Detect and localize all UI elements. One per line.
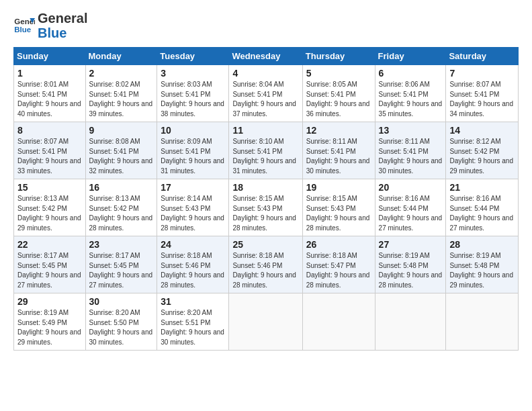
calendar-cell: 16 Sunrise: 8:13 AM Sunset: 5:42 PM Dayl… xyxy=(85,179,157,236)
day-number: 8 xyxy=(17,125,82,136)
day-info: Sunrise: 8:16 AM Sunset: 5:44 PM Dayligh… xyxy=(379,194,443,233)
calendar-cell: 18 Sunrise: 8:15 AM Sunset: 5:43 PM Dayl… xyxy=(229,179,302,236)
day-number: 4 xyxy=(232,68,298,79)
calendar-cell: 9 Sunrise: 8:08 AM Sunset: 5:41 PM Dayli… xyxy=(85,122,157,179)
day-info: Sunrise: 8:15 AM Sunset: 5:43 PM Dayligh… xyxy=(232,194,298,233)
day-number: 16 xyxy=(89,182,154,193)
calendar-header-thursday: Thursday xyxy=(302,48,375,65)
day-number: 11 xyxy=(232,125,298,136)
day-info: Sunrise: 8:17 AM Sunset: 5:45 PM Dayligh… xyxy=(17,251,82,290)
logo: General Blue General Blue xyxy=(13,11,87,40)
calendar-cell: 29 Sunrise: 8:19 AM Sunset: 5:49 PM Dayl… xyxy=(14,293,86,351)
day-info: Sunrise: 8:03 AM Sunset: 5:41 PM Dayligh… xyxy=(161,80,225,119)
day-info: Sunrise: 8:18 AM Sunset: 5:47 PM Dayligh… xyxy=(306,251,371,290)
day-number: 17 xyxy=(161,182,225,193)
day-info: Sunrise: 8:19 AM Sunset: 5:48 PM Dayligh… xyxy=(379,251,443,290)
calendar-header-monday: Monday xyxy=(85,48,157,65)
day-info: Sunrise: 8:06 AM Sunset: 5:41 PM Dayligh… xyxy=(379,80,443,119)
calendar-header-sunday: Sunday xyxy=(14,48,86,65)
day-info: Sunrise: 8:04 AM Sunset: 5:41 PM Dayligh… xyxy=(232,80,298,119)
calendar-cell: 22 Sunrise: 8:17 AM Sunset: 5:45 PM Dayl… xyxy=(14,236,86,293)
svg-text:Blue: Blue xyxy=(14,26,32,34)
calendar-cell: 1 Sunrise: 8:01 AM Sunset: 5:41 PM Dayli… xyxy=(14,65,86,122)
day-number: 22 xyxy=(17,239,82,250)
day-info: Sunrise: 8:18 AM Sunset: 5:46 PM Dayligh… xyxy=(232,251,298,290)
day-info: Sunrise: 8:12 AM Sunset: 5:42 PM Dayligh… xyxy=(449,137,515,176)
day-info: Sunrise: 8:07 AM Sunset: 5:41 PM Dayligh… xyxy=(449,80,515,119)
calendar-cell: 13 Sunrise: 8:11 AM Sunset: 5:41 PM Dayl… xyxy=(375,122,446,179)
calendar-table: SundayMondayTuesdayWednesdayThursdayFrid… xyxy=(13,47,519,351)
calendar-cell xyxy=(375,293,446,351)
day-number: 23 xyxy=(89,239,154,250)
day-info: Sunrise: 8:02 AM Sunset: 5:41 PM Dayligh… xyxy=(89,80,154,119)
calendar-cell: 17 Sunrise: 8:14 AM Sunset: 5:43 PM Dayl… xyxy=(157,179,229,236)
day-number: 18 xyxy=(232,182,298,193)
calendar-cell: 25 Sunrise: 8:18 AM Sunset: 5:46 PM Dayl… xyxy=(229,236,302,293)
day-number: 25 xyxy=(232,239,298,250)
calendar-cell: 6 Sunrise: 8:06 AM Sunset: 5:41 PM Dayli… xyxy=(375,65,446,122)
day-number: 21 xyxy=(449,182,515,193)
day-number: 6 xyxy=(379,68,443,79)
day-info: Sunrise: 8:16 AM Sunset: 5:44 PM Dayligh… xyxy=(449,194,515,233)
calendar-cell: 28 Sunrise: 8:19 AM Sunset: 5:48 PM Dayl… xyxy=(446,236,519,293)
day-number: 10 xyxy=(161,125,225,136)
day-number: 7 xyxy=(449,68,515,79)
day-info: Sunrise: 8:01 AM Sunset: 5:41 PM Dayligh… xyxy=(17,80,82,119)
day-number: 1 xyxy=(17,68,82,79)
calendar-header-friday: Friday xyxy=(375,48,446,65)
calendar-cell: 26 Sunrise: 8:18 AM Sunset: 5:47 PM Dayl… xyxy=(302,236,375,293)
day-info: Sunrise: 8:13 AM Sunset: 5:42 PM Dayligh… xyxy=(89,194,154,233)
calendar-cell: 5 Sunrise: 8:05 AM Sunset: 5:41 PM Dayli… xyxy=(302,65,375,122)
day-number: 9 xyxy=(89,125,154,136)
calendar-cell: 2 Sunrise: 8:02 AM Sunset: 5:41 PM Dayli… xyxy=(85,65,157,122)
day-info: Sunrise: 8:20 AM Sunset: 5:50 PM Dayligh… xyxy=(89,308,154,347)
day-number: 26 xyxy=(306,239,371,250)
calendar-header-saturday: Saturday xyxy=(446,48,519,65)
day-number: 27 xyxy=(379,239,443,250)
calendar-cell: 15 Sunrise: 8:13 AM Sunset: 5:42 PM Dayl… xyxy=(14,179,86,236)
day-info: Sunrise: 8:09 AM Sunset: 5:41 PM Dayligh… xyxy=(161,137,225,176)
calendar-cell: 20 Sunrise: 8:16 AM Sunset: 5:44 PM Dayl… xyxy=(375,179,446,236)
calendar-cell xyxy=(229,293,302,351)
day-info: Sunrise: 8:20 AM Sunset: 5:51 PM Dayligh… xyxy=(161,308,225,347)
day-info: Sunrise: 8:18 AM Sunset: 5:46 PM Dayligh… xyxy=(161,251,225,290)
day-info: Sunrise: 8:08 AM Sunset: 5:41 PM Dayligh… xyxy=(89,137,154,176)
day-info: Sunrise: 8:11 AM Sunset: 5:41 PM Dayligh… xyxy=(379,137,443,176)
day-number: 2 xyxy=(89,68,154,79)
calendar-cell: 21 Sunrise: 8:16 AM Sunset: 5:44 PM Dayl… xyxy=(446,179,519,236)
day-number: 3 xyxy=(161,68,225,79)
day-number: 31 xyxy=(161,296,225,307)
day-number: 5 xyxy=(306,68,371,79)
day-info: Sunrise: 8:17 AM Sunset: 5:45 PM Dayligh… xyxy=(89,251,154,290)
calendar-cell xyxy=(446,293,519,351)
day-info: Sunrise: 8:07 AM Sunset: 5:41 PM Dayligh… xyxy=(17,137,82,176)
day-info: Sunrise: 8:15 AM Sunset: 5:43 PM Dayligh… xyxy=(306,194,371,233)
day-info: Sunrise: 8:13 AM Sunset: 5:42 PM Dayligh… xyxy=(17,194,82,233)
header: General Blue General Blue xyxy=(13,11,519,40)
calendar-cell: 23 Sunrise: 8:17 AM Sunset: 5:45 PM Dayl… xyxy=(85,236,157,293)
calendar-cell: 30 Sunrise: 8:20 AM Sunset: 5:50 PM Dayl… xyxy=(85,293,157,351)
calendar-cell: 31 Sunrise: 8:20 AM Sunset: 5:51 PM Dayl… xyxy=(157,293,229,351)
logo-general: General xyxy=(38,11,87,26)
day-number: 28 xyxy=(449,239,515,250)
calendar-cell: 4 Sunrise: 8:04 AM Sunset: 5:41 PM Dayli… xyxy=(229,65,302,122)
calendar-cell: 19 Sunrise: 8:15 AM Sunset: 5:43 PM Dayl… xyxy=(302,179,375,236)
calendar-cell xyxy=(302,293,375,351)
day-number: 20 xyxy=(379,182,443,193)
main-container: General Blue General Blue SundayMondayTu… xyxy=(0,0,532,357)
calendar-cell: 11 Sunrise: 8:10 AM Sunset: 5:41 PM Dayl… xyxy=(229,122,302,179)
calendar-cell: 12 Sunrise: 8:11 AM Sunset: 5:41 PM Dayl… xyxy=(302,122,375,179)
calendar-cell: 7 Sunrise: 8:07 AM Sunset: 5:41 PM Dayli… xyxy=(446,65,519,122)
calendar-cell: 14 Sunrise: 8:12 AM Sunset: 5:42 PM Dayl… xyxy=(446,122,519,179)
calendar-cell: 10 Sunrise: 8:09 AM Sunset: 5:41 PM Dayl… xyxy=(157,122,229,179)
calendar-header-wednesday: Wednesday xyxy=(229,48,302,65)
calendar-cell: 27 Sunrise: 8:19 AM Sunset: 5:48 PM Dayl… xyxy=(375,236,446,293)
day-number: 15 xyxy=(17,182,82,193)
day-info: Sunrise: 8:19 AM Sunset: 5:49 PM Dayligh… xyxy=(17,308,82,347)
calendar-header-row: SundayMondayTuesdayWednesdayThursdayFrid… xyxy=(14,48,519,65)
day-number: 13 xyxy=(379,125,443,136)
logo-blue: Blue xyxy=(38,26,87,40)
logo-icon: General Blue xyxy=(13,15,35,36)
day-info: Sunrise: 8:10 AM Sunset: 5:41 PM Dayligh… xyxy=(232,137,298,176)
calendar-cell: 8 Sunrise: 8:07 AM Sunset: 5:41 PM Dayli… xyxy=(14,122,86,179)
